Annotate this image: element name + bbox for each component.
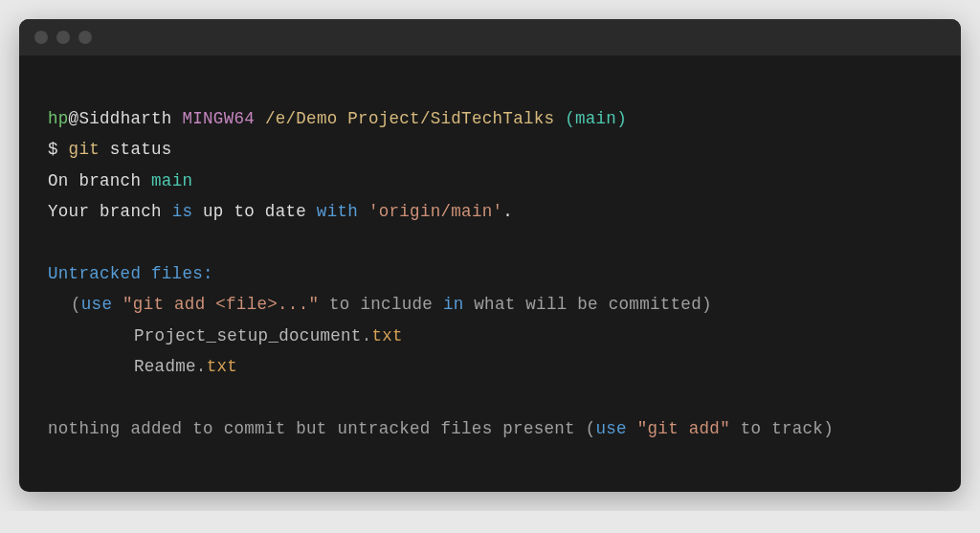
command-line: $ git status xyxy=(48,134,932,165)
status-branch-name: main xyxy=(151,171,192,190)
status-branch-word: branch xyxy=(69,171,151,190)
prompt-path: /e/Demo Project/SidTechTalks xyxy=(265,109,554,128)
footer-line: nothing added to commit but untracked fi… xyxy=(48,413,932,444)
blank-line xyxy=(48,228,932,258)
prompt-user: hp xyxy=(48,109,69,128)
prompt-line: hp@Siddharth MINGW64 /e/Demo Project/Sid… xyxy=(48,103,932,134)
command-arg: status xyxy=(100,140,172,159)
prompt-branch: main xyxy=(575,109,616,128)
prompt-branch-open: ( xyxy=(565,109,575,128)
prompt-symbol: $ xyxy=(48,140,69,159)
minimize-icon[interactable] xyxy=(56,31,70,44)
terminal-window: hp@Siddharth MINGW64 /e/Demo Project/Sid… xyxy=(19,19,961,492)
prompt-env: MINGW64 xyxy=(182,109,255,128)
prompt-branch-close: ) xyxy=(616,109,627,128)
status-branch-line: On branch main xyxy=(48,166,932,196)
status-uptodate-line: Your branch is up to date with 'origin/m… xyxy=(48,196,932,227)
command-git: git xyxy=(69,140,100,159)
untracked-header: Untracked files: xyxy=(48,258,932,289)
prompt-at: @ xyxy=(69,109,79,128)
untracked-hint: (use "git add <file>..." to include in w… xyxy=(48,289,932,320)
untracked-file-2: Readme.txt xyxy=(48,351,932,382)
status-on: On xyxy=(48,171,69,190)
close-icon[interactable] xyxy=(34,31,48,44)
titlebar xyxy=(19,19,961,56)
blank-line-2 xyxy=(48,382,932,412)
maximize-icon[interactable] xyxy=(78,31,92,44)
prompt-host: Siddharth xyxy=(78,109,171,128)
terminal-body[interactable]: hp@Siddharth MINGW64 /e/Demo Project/Sid… xyxy=(19,56,961,492)
untracked-file-1: Project_setup_document.txt xyxy=(48,321,932,351)
